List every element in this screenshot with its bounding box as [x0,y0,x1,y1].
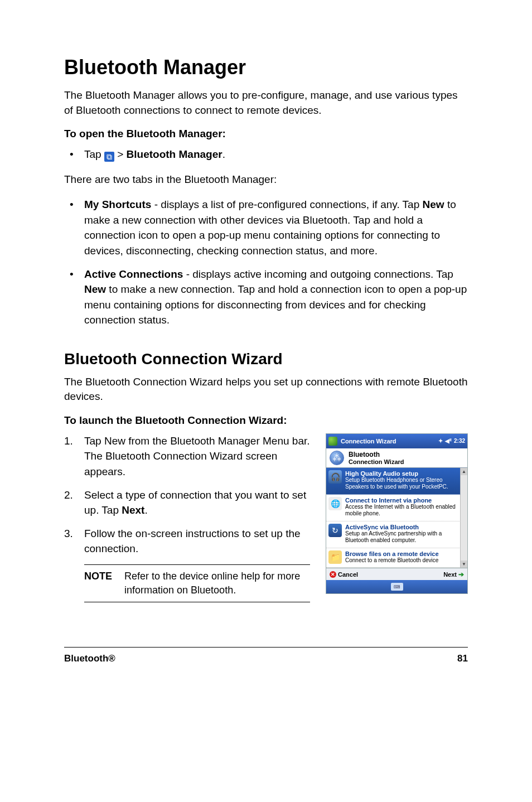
scroll-up-icon[interactable]: ▲ [461,468,467,475]
open-manager-step: Tap ⧉ > Bluetooth Manager. [64,147,468,162]
scrollbar[interactable]: ▲ ▼ [460,468,467,568]
note-box: NOTE Refer to the device online help for… [84,564,310,602]
item-activesync-title: ActiveSync via Bluetooth [345,524,465,530]
intro-paragraph-1: The Bluetooth Manager allows you to pre-… [64,88,468,118]
step-2-a: Select a type of connection that you wan… [84,489,306,516]
step-1: Tap New from the Bluetooth Manager Menu … [64,433,310,480]
signal-icon: ✦ [438,438,443,444]
list-item-activesync[interactable]: ↻ ActiveSync via Bluetooth Setup an Acti… [326,521,467,548]
status-icons: ✦ ◀ᴱ 2:32 [438,438,465,444]
next-button[interactable]: Next ➔ [443,571,464,578]
globe-icon: 🌐 [328,497,342,510]
note-label: NOTE [84,569,112,597]
footer-section-name: Bluetooth® [64,653,115,664]
item-internet-desc: Access the Internet with a Bluetooth ena… [345,504,465,518]
list-item-internet[interactable]: 🌐 Connect to Internet via phone Access t… [326,495,467,521]
open-step-text-post: > [114,148,127,160]
soft-key-bar: ⌨ [326,580,467,593]
scroll-down-icon[interactable]: ▼ [461,561,467,568]
clock-text: 2:32 [454,438,465,444]
headphones-icon: 🎧 [328,470,342,484]
start-icon[interactable] [328,437,337,446]
device-title: Connection Wizard [341,438,438,445]
my-shortcuts-label: My Shortcuts [84,199,151,210]
next-arrow-icon: ➔ [458,571,464,578]
open-step-bold: Bluetooth Manager [127,148,223,160]
bluetooth-large-icon: ⁂ [330,451,344,465]
cancel-label: Cancel [338,571,358,578]
page-heading-2: Bluetooth Connection Wizard [64,350,468,368]
active-connections-label: Active Connections [84,268,183,280]
active-connections-text-b: to make a new connection. Tap and hold a… [84,283,467,326]
step-2-b: . [144,504,147,516]
folder-icon: 📁 [328,550,342,564]
tab-description-active-connections: Active Connections - displays active inc… [64,267,468,328]
list-item-browse[interactable]: 📁 Browse files on a remote device Connec… [326,548,467,568]
item-activesync-desc: Setup an ActiveSync partnership with a B… [345,530,465,544]
my-shortcuts-text-a: - displays a list of pre-configured conn… [151,199,422,210]
open-step-text-pre: Tap [84,148,104,160]
active-connections-text-a: - displays active incoming and outgoing … [183,268,453,280]
cancel-button[interactable]: ✕ Cancel [330,571,358,578]
sync-icon: ↻ [328,524,342,537]
device-titlebar: Connection Wizard ✦ ◀ᴱ 2:32 [326,434,467,448]
active-connections-new-bold: New [84,283,106,295]
step-2-next-bold: Next [122,504,144,516]
page-heading-1: Bluetooth Manager [64,56,468,79]
step-2: Select a type of connection that you wan… [64,487,310,518]
note-body: Refer to the device online help for more… [124,569,310,597]
page-footer: Bluetooth® 81 [64,647,468,664]
command-bar: ✕ Cancel Next ➔ [326,568,467,580]
connection-type-list: 🎧 High Quality Audio setup Setup Bluetoo… [326,468,467,568]
my-shortcuts-new-bold: New [423,199,444,210]
item-audio-desc: Setup Bluetooth Headphones or Stereo Spe… [345,477,465,491]
wizard-header-line1: Bluetooth [349,451,404,458]
wizard-header-line2: Connection Wizard [349,458,404,465]
two-tabs-intro: There are two tabs in the Bluetooth Mana… [64,172,468,187]
open-manager-subheading: To open the Bluetooth Manager: [64,128,468,140]
device-screenshot: Connection Wizard ✦ ◀ᴱ 2:32 ⁂ Bluetooth … [326,433,468,595]
next-label: Next [443,571,457,578]
item-audio-title: High Quality Audio setup [345,470,465,477]
item-browse-desc: Connect to a remote Bluetooth device [345,557,439,564]
item-internet-title: Connect to Internet via phone [345,497,465,504]
bluetooth-icon: ⧉ [104,152,114,162]
keyboard-icon[interactable]: ⌨ [391,583,403,591]
cancel-x-icon: ✕ [330,571,336,578]
step-3: Follow the on-screen instructions to set… [64,526,310,557]
wizard-header: ⁂ Bluetooth Connection Wizard [326,448,467,468]
footer-page-number: 81 [457,653,468,664]
speaker-icon: ◀ᴱ [445,438,452,444]
list-item-audio[interactable]: 🎧 High Quality Audio setup Setup Bluetoo… [326,468,467,495]
tab-description-my-shortcuts: My Shortcuts - displays a list of pre-co… [64,197,468,258]
intro-paragraph-2: The Bluetooth Connection Wizard helps yo… [64,375,468,404]
item-browse-title: Browse files on a remote device [345,550,439,557]
open-step-period: . [223,148,225,160]
launch-wizard-subheading: To launch the Bluetooth Connection Wizar… [64,414,468,427]
